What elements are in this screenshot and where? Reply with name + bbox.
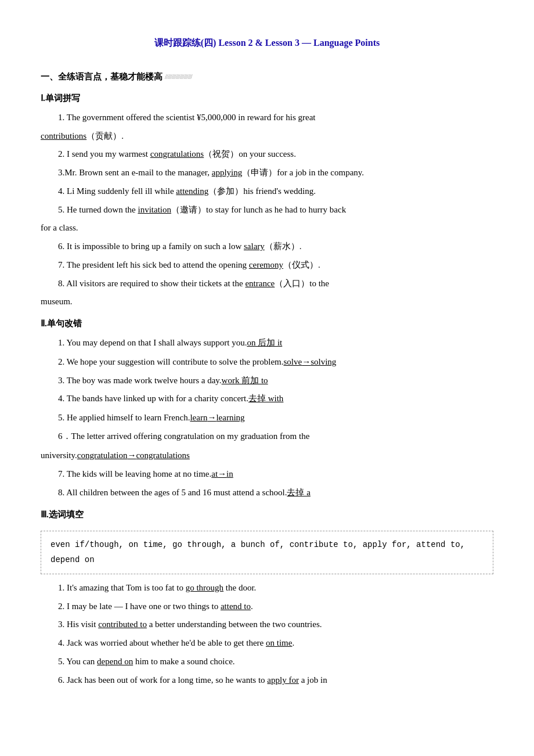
answer-underline: congratulations bbox=[150, 149, 204, 159]
list-item: 5. He applied himself to learn French.le… bbox=[41, 409, 493, 426]
subsection3-label: Ⅲ.选词填空 bbox=[41, 507, 493, 523]
list-item: 3. The boy was made work twelve hours a … bbox=[41, 373, 493, 389]
answer-underline: on 后加 it bbox=[247, 338, 282, 347]
answer-underline: work 前加 to bbox=[222, 376, 268, 385]
answer-underline: learn→learning bbox=[190, 413, 244, 422]
list-item: 8. All children between the ages of 5 an… bbox=[41, 485, 493, 501]
list-item: 2. I send you my warmest congratulations… bbox=[41, 146, 493, 163]
answer-underline: solve→solving bbox=[283, 357, 336, 366]
answer-underline: ceremony bbox=[249, 260, 283, 269]
answer-underline: entrance bbox=[245, 279, 275, 288]
page-title: 课时跟踪练(四) Lesson 2 & Lesson 3 — Language … bbox=[41, 35, 493, 52]
answer-underline: attending bbox=[176, 186, 208, 196]
list-item: 1. You may depend on that I shall always… bbox=[41, 335, 493, 351]
section1-header: 一、全练语言点，基稳才能楼高 //////////////////// bbox=[41, 69, 493, 85]
list-item: 6. Jack has been out of work for a long … bbox=[41, 672, 493, 689]
section1-title-text: 一、全练语言点，基稳才能楼高 bbox=[41, 69, 163, 85]
zigzag-decoration: //////////////////// bbox=[165, 71, 192, 84]
list-item: 7. The president left his sick bed to at… bbox=[41, 257, 493, 273]
answer-underline: contributed to bbox=[98, 620, 147, 629]
answer-underline: 去掉 a bbox=[287, 488, 310, 497]
answer-underline: contributions bbox=[41, 131, 86, 141]
list-item: 5. He turned down the invitation（邀请）to s… bbox=[41, 202, 493, 218]
item-num: 1. The government offered the scientist … bbox=[58, 113, 316, 122]
list-item: 4. The bands have linked up with for a c… bbox=[41, 391, 493, 407]
list-item: 6. It is impossible to bring up a family… bbox=[41, 239, 493, 255]
subsection2-label: Ⅱ.单句改错 bbox=[41, 316, 493, 332]
answer-underline: salary bbox=[244, 242, 265, 251]
list-item: 3. His visit contributed to a better und… bbox=[41, 617, 493, 633]
answer-underline: apply for bbox=[267, 675, 299, 685]
list-item: university.congratulation→congratulation… bbox=[41, 447, 493, 464]
answer-underline: 去掉 with bbox=[248, 394, 283, 403]
list-item: 6．The letter arrived offering congratula… bbox=[41, 429, 493, 445]
subsection1-label: Ⅰ.单词拼写 bbox=[41, 91, 493, 106]
list-item: 8. All visitors are required to show the… bbox=[41, 276, 493, 292]
list-item: contributions（贡献）. bbox=[41, 128, 493, 145]
list-item: 4. Li Ming suddenly fell ill while atten… bbox=[41, 183, 493, 200]
answer-underline: depend on bbox=[97, 657, 133, 666]
list-item: 1. It's amazing that Tom is too fat to g… bbox=[41, 580, 493, 596]
list-item: 5. You can depend on him to make a sound… bbox=[41, 654, 493, 670]
answer-underline: applying bbox=[212, 168, 243, 177]
answer-underline: at→in bbox=[211, 469, 233, 478]
list-item: 1. The government offered the scientist … bbox=[41, 110, 493, 126]
answer-underline: congratulation→congratulations bbox=[77, 451, 190, 460]
list-item: 2. We hope your suggestion will contribu… bbox=[41, 354, 493, 370]
list-item: for a class. bbox=[41, 220, 493, 236]
answer-underline: on time bbox=[266, 638, 292, 647]
answer-underline: attend to bbox=[221, 602, 251, 611]
word-selection-box: even if/though, on time, go through, a b… bbox=[41, 531, 493, 574]
list-item: museum. bbox=[41, 294, 493, 310]
list-item: 3.Mr. Brown sent an e-mail to the manage… bbox=[41, 165, 493, 181]
answer-underline: invitation bbox=[138, 205, 171, 214]
list-item: 7. The kids will be leaving home at no t… bbox=[41, 466, 493, 483]
list-item: 2. I may be late — I have one or two thi… bbox=[41, 599, 493, 615]
answer-underline: go through bbox=[186, 583, 223, 592]
list-item: 4. Jack was worried about whether he'd b… bbox=[41, 635, 493, 651]
